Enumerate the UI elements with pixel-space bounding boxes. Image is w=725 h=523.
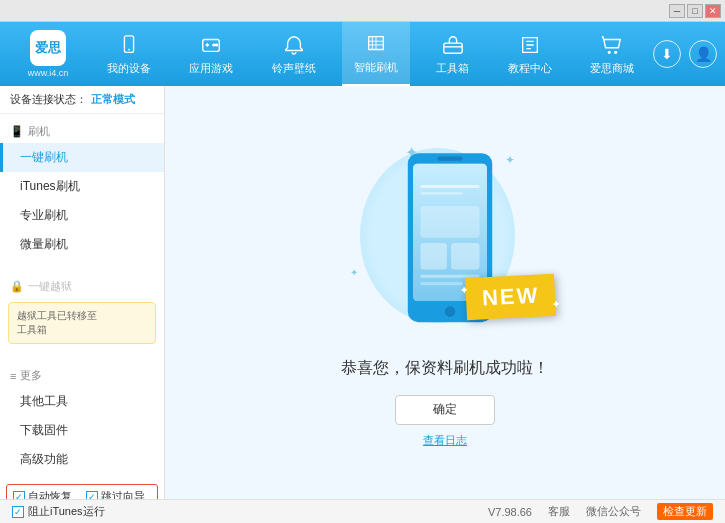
status-label: 设备连接状态：: [10, 92, 87, 107]
user-btn[interactable]: 👤: [689, 40, 717, 68]
nav-ringtone[interactable]: 铃声壁纸: [260, 22, 328, 86]
skip-wizard-check-icon: [86, 491, 98, 500]
svg-point-6: [608, 51, 610, 53]
svg-rect-15: [420, 206, 479, 238]
maximize-btn[interactable]: □: [687, 4, 703, 18]
header-actions: ⬇ 👤: [653, 40, 717, 68]
minimize-btn[interactable]: ─: [669, 4, 685, 18]
nav-ringtone-label: 铃声壁纸: [272, 61, 316, 76]
update-button[interactable]: 检查更新: [657, 503, 713, 520]
auto-rescue-check-icon: [13, 491, 25, 500]
nav-app-game[interactable]: 应用游戏: [177, 22, 245, 86]
footer-right: V7.98.66 客服 微信公众号 检查更新: [488, 503, 713, 520]
svg-rect-19: [420, 282, 462, 285]
svg-point-4: [216, 44, 218, 46]
content-area: ✦ ✦ ✦: [165, 86, 725, 499]
success-message: 恭喜您，保资料刷机成功啦！: [341, 358, 549, 379]
sidebar-item-advanced[interactable]: 高级功能: [0, 445, 164, 474]
sparkle-3: ✦: [350, 267, 358, 278]
nav-toolbox[interactable]: 工具箱: [424, 22, 481, 86]
nav-store-label: 爱思商城: [590, 61, 634, 76]
toolbox-icon: [441, 33, 465, 57]
sidebar-item-itunes-flash[interactable]: iTunes刷机: [0, 172, 164, 201]
lock-icon: 🔒: [10, 280, 24, 293]
sidebar-item-other-tools[interactable]: 其他工具: [0, 387, 164, 416]
close-btn[interactable]: ✕: [705, 4, 721, 18]
nav-tutorial-label: 教程中心: [508, 61, 552, 76]
flash-section-title: 📱 刷机: [0, 120, 164, 143]
sidebar-item-micro-flash[interactable]: 微量刷机: [0, 230, 164, 259]
svg-rect-13: [420, 184, 479, 187]
sidebar-item-download-firmware[interactable]: 下载固件: [0, 416, 164, 445]
svg-point-1: [128, 48, 130, 50]
jailbreak-warning: 越狱工具已转移至工具箱: [8, 302, 156, 344]
flash-icon: 📱: [10, 125, 24, 138]
nav-app-game-label: 应用游戏: [189, 61, 233, 76]
goto-daily-link[interactable]: 查看日志: [423, 433, 467, 448]
jailbreak-section: 🔒 一键越狱 越狱工具已转移至工具箱: [0, 269, 164, 354]
svg-rect-16: [420, 243, 446, 269]
nav-toolbox-label: 工具箱: [436, 61, 469, 76]
svg-rect-14: [420, 192, 462, 194]
svg-rect-11: [437, 156, 462, 160]
title-bar: ─ □ ✕: [0, 0, 725, 22]
svg-rect-5: [444, 43, 462, 53]
auto-rescue-checkbox[interactable]: 自动恢复: [13, 489, 72, 499]
nav-smart-flash[interactable]: 智能刷机: [342, 22, 410, 86]
footer: 阻止iTunes运行 V7.98.66 客服 微信公众号 检查更新: [0, 499, 725, 523]
customer-link[interactable]: 客服: [548, 504, 570, 519]
status-value: 正常模式: [91, 92, 135, 107]
main-area: 设备连接状态： 正常模式 📱 刷机 一键刷机 iTunes刷机 专业刷机 微量刷…: [0, 86, 725, 499]
new-badge: ✦ NEW ✦: [465, 273, 556, 320]
nav-tutorial[interactable]: 教程中心: [496, 22, 564, 86]
svg-rect-17: [451, 243, 480, 269]
sidebar-item-one-key-flash[interactable]: 一键刷机: [0, 143, 164, 172]
more-section: ≡ 更多 其他工具 下载固件 高级功能: [0, 358, 164, 480]
nav-store[interactable]: 爱思商城: [578, 22, 646, 86]
checkbox-row: 自动恢复 跳过向导: [6, 484, 158, 499]
logo-icon: 爱思: [30, 30, 66, 66]
svg-rect-18: [420, 274, 479, 277]
version-label: V7.98.66: [488, 506, 532, 518]
ringtone-icon: [282, 33, 306, 57]
confirm-button[interactable]: 确定: [395, 395, 495, 425]
svg-point-12: [445, 306, 456, 317]
nav-my-device-label: 我的设备: [107, 61, 151, 76]
smart-flash-icon: [364, 32, 388, 56]
logo-url: www.i4.cn: [28, 68, 69, 78]
wechat-link[interactable]: 微信公众号: [586, 504, 641, 519]
skip-wizard-checkbox[interactable]: 跳过向导: [86, 489, 145, 499]
more-icon: ≡: [10, 370, 16, 382]
tutorial-icon: [518, 33, 542, 57]
logo[interactable]: 爱思 www.i4.cn: [8, 30, 88, 78]
sidebar: 设备连接状态： 正常模式 📱 刷机 一键刷机 iTunes刷机 专业刷机 微量刷…: [0, 86, 165, 499]
nav-my-device[interactable]: 我的设备: [95, 22, 163, 86]
more-section-title: ≡ 更多: [0, 364, 164, 387]
jailbreak-title: 🔒 一键越狱: [0, 275, 164, 298]
itunes-check-icon: [12, 506, 24, 518]
my-device-icon: [117, 33, 141, 57]
svg-point-7: [615, 51, 617, 53]
success-illustration: ✦ ✦ ✦: [345, 138, 545, 338]
nav-smart-flash-label: 智能刷机: [354, 60, 398, 75]
store-icon: [600, 33, 624, 57]
nav-items: 我的设备 应用游戏 铃声壁纸 智能刷机 工具箱: [88, 22, 653, 86]
itunes-toggle[interactable]: 阻止iTunes运行: [12, 504, 105, 519]
download-btn[interactable]: ⬇: [653, 40, 681, 68]
app-game-icon: [199, 33, 223, 57]
sidebar-item-pro-flash[interactable]: 专业刷机: [0, 201, 164, 230]
header: 爱思 www.i4.cn 我的设备 应用游戏 铃声壁纸 智能刷机: [0, 22, 725, 86]
flash-section: 📱 刷机 一键刷机 iTunes刷机 专业刷机 微量刷机: [0, 114, 164, 265]
status-bar: 设备连接状态： 正常模式: [0, 86, 164, 114]
svg-point-3: [213, 44, 215, 46]
